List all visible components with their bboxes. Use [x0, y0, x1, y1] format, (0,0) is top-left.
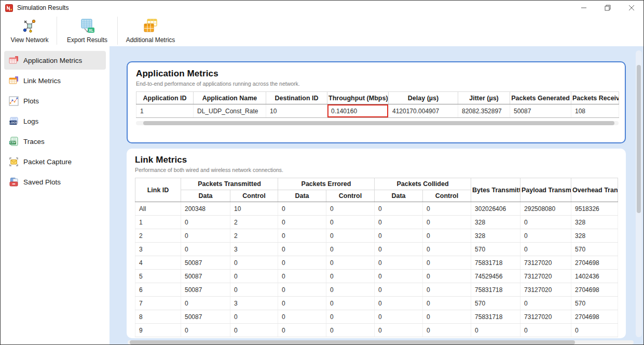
view-network-button[interactable]: View Network — [3, 15, 57, 46]
table-row: 5500870000074529456731270201402436 — [135, 270, 618, 283]
main-vscroll-thumb[interactable] — [637, 65, 641, 213]
table-cell: 73127020 — [520, 283, 571, 297]
table-cell: 0 — [375, 256, 423, 270]
table-cell: 0 — [326, 283, 375, 297]
sidebar-label: Link Metrics — [23, 77, 61, 85]
table-cell: 0 — [375, 229, 423, 243]
table-cell: 0 — [423, 202, 471, 216]
table-cell: 73127020 — [520, 270, 571, 283]
table-cell: 108 — [571, 104, 619, 118]
table-row: 70300005700570 — [135, 297, 618, 310]
table-cell: 0.140160 — [327, 104, 389, 118]
table-cell: 200348 — [181, 202, 230, 216]
table-cell: 0 — [520, 297, 571, 310]
restore-button[interactable] — [596, 1, 620, 15]
main-content: Application Metrics End-to-end performan… — [109, 46, 643, 344]
table-cell: 5 — [135, 270, 181, 283]
link-table-hscroll-thumb[interactable] — [130, 340, 575, 344]
link-metrics-table-icon — [8, 76, 19, 86]
table-cell: 0 — [423, 283, 471, 297]
table-cell: 8 — [135, 310, 181, 324]
traces-csv-icon: CSV — [8, 137, 19, 147]
table-cell: 0 — [326, 310, 375, 324]
main-vertical-scrollbar[interactable] — [636, 50, 642, 337]
app-table-horizontal-scrollbar[interactable] — [136, 121, 619, 125]
application-metrics-subtitle: End-to-end performance of applications r… — [136, 81, 616, 87]
minimize-button[interactable] — [572, 1, 596, 15]
additional-metrics-icon — [142, 18, 159, 35]
table-row: All2003481000003020264062925080809518326 — [135, 202, 618, 216]
link-metrics-card: Link Metrics Performance of both wired a… — [127, 149, 626, 338]
table-cell: 2704698 — [571, 256, 618, 270]
column-header: Destination ID — [266, 92, 327, 104]
table-cell: 0 — [520, 324, 571, 337]
table-cell: 50087 — [181, 256, 230, 270]
table-cell: 0 — [520, 216, 571, 229]
column-header: Application ID — [136, 92, 194, 104]
table-cell: 50087 — [181, 283, 230, 297]
table-cell: 0 — [375, 216, 423, 229]
table-cell: 0 — [230, 324, 278, 337]
table-cell: 4 — [135, 256, 181, 270]
sidebar-label: Packet Capture — [23, 158, 72, 166]
additional-metrics-label: Additional Metrics — [126, 37, 175, 43]
sidebar-item-logs[interactable]: LOGS Logs — [4, 112, 106, 130]
table-cell: 2 — [135, 229, 181, 243]
column-header: Application Name — [194, 92, 266, 104]
table-cell: 75831718 — [471, 310, 520, 324]
sidebar-label: Application Metrics — [23, 57, 82, 64]
table-cell: 0 — [230, 283, 278, 297]
table-cell: 9518326 — [571, 202, 618, 216]
export-results-button[interactable]: XL Export Results — [57, 15, 117, 46]
table-cell: 10 — [266, 104, 327, 118]
close-button[interactable] — [620, 1, 643, 15]
table-cell: 0 — [278, 229, 326, 243]
link-table-horizontal-scrollbar[interactable] — [128, 340, 634, 344]
table-cell: 1402436 — [571, 270, 618, 283]
table-cell: 1 — [136, 104, 194, 118]
column-header: Packets Generated — [510, 92, 571, 104]
sidebar-label: Plots — [23, 97, 39, 105]
table-cell: 0 — [278, 297, 326, 310]
sidebar-item-traces[interactable]: CSV Traces — [4, 132, 106, 151]
sidebar-item-packet-capture[interactable]: Packet Capture — [4, 152, 106, 171]
column-header: Throughput (Mbps) — [327, 92, 389, 104]
sidebar-item-plots[interactable]: Plots — [4, 91, 106, 110]
table-cell: DL_UDP_Const_Rate — [194, 104, 266, 118]
table-cell: 9 — [135, 324, 181, 337]
view-network-icon — [22, 18, 37, 35]
table-cell: 50087 — [181, 270, 230, 283]
additional-metrics-button[interactable]: Additional Metrics — [118, 15, 183, 46]
sidebar-item-link-metrics[interactable]: Link Metrics — [4, 71, 106, 90]
table-cell: 2 — [230, 216, 278, 229]
table-cell: 0 — [423, 297, 471, 310]
table-cell: 0 — [181, 229, 230, 243]
table-cell: 0 — [181, 324, 230, 337]
table-cell: 3 — [230, 243, 278, 256]
window-title: Simulation Results — [17, 4, 68, 11]
application-metrics-card: Application Metrics End-to-end performan… — [127, 61, 626, 143]
sidebar-item-saved-plots[interactable]: Saved Plots — [4, 172, 106, 191]
table-cell: 328 — [471, 229, 520, 243]
table-cell: 0 — [278, 324, 326, 337]
column-header: Bytes Transmitt — [471, 178, 520, 202]
table-row: 4500870000075831718731270202704698 — [135, 256, 618, 270]
table-cell: 0 — [375, 297, 423, 310]
table-cell: 0 — [423, 216, 471, 229]
sidebar-item-application-metrics[interactable]: Application Metrics — [4, 51, 106, 70]
toolbar: View Network XL Export Results — [1, 15, 643, 46]
logs-icon: LOGS — [8, 116, 19, 126]
titlebar: Simulation Results — [1, 1, 643, 15]
table-cell: 75831718 — [471, 256, 520, 270]
table-cell: 0 — [375, 270, 423, 283]
plots-chart-icon — [8, 96, 19, 106]
table-cell: 0 — [326, 229, 375, 243]
table-cell: 0 — [375, 243, 423, 256]
column-header: Control — [230, 190, 278, 202]
app-table-hscroll-thumb[interactable] — [143, 121, 614, 125]
table-cell: 3 — [230, 297, 278, 310]
table-cell: 0 — [423, 256, 471, 270]
svg-text:XL: XL — [89, 29, 94, 32]
saved-plots-icon — [8, 177, 19, 187]
table-cell: 0 — [471, 324, 520, 337]
